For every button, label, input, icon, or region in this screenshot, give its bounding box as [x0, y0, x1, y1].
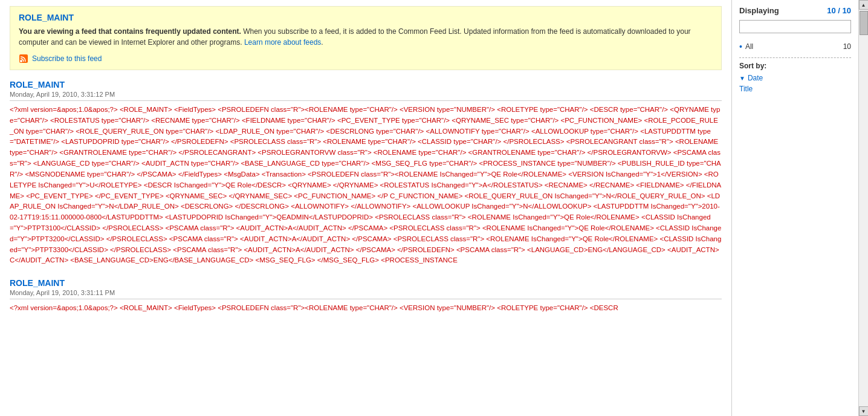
- sidebar-sort-date-label: Date: [748, 74, 763, 82]
- subscribe-link[interactable]: Subscribe to this feed: [32, 54, 102, 63]
- sidebar-divider: [739, 57, 851, 58]
- feed-entry-title[interactable]: ROLE_MAINT: [10, 80, 722, 89]
- bullet-icon: •: [739, 42, 742, 51]
- sidebar-filter-all-row: • All 10: [739, 39, 851, 54]
- feed-info-description: You are viewing a feed that contains fre…: [19, 26, 713, 48]
- sidebar-displaying-count: 10 / 10: [827, 6, 851, 15]
- feed-entry-content: <?xml version=&apos;1.0&apos;?> <ROLE_MA…: [10, 303, 722, 314]
- sidebar: Displaying 10 / 10 • All 10 Sort by: ▼ D…: [731, 0, 858, 416]
- feed-entry: ROLE_MAINT Monday, April 19, 2010, 3:31:…: [10, 80, 722, 266]
- sidebar-sort-title-label: Title: [739, 85, 753, 93]
- feed-info-box: ROLE_MAINT You are viewing a feed that c…: [10, 6, 722, 70]
- scrollbar-down-button[interactable]: ▼: [859, 406, 869, 416]
- sidebar-filter-label[interactable]: • All: [739, 42, 753, 51]
- subscribe-icon: [19, 54, 28, 63]
- scrollbar-thumb[interactable]: [860, 11, 868, 35]
- svg-point-1: [20, 60, 22, 62]
- feed-entry-date: Monday, April 19, 2010, 3:31:12 PM: [10, 91, 722, 101]
- feed-entries-list: ROLE_MAINT Monday, April 19, 2010, 3:31:…: [10, 80, 722, 314]
- sort-arrow-icon: ▼: [739, 75, 745, 82]
- main-content: ROLE_MAINT You are viewing a feed that c…: [0, 0, 731, 416]
- feed-entry-title[interactable]: ROLE_MAINT: [10, 278, 722, 288]
- scrollbar-up-button[interactable]: ▲: [859, 0, 869, 10]
- right-scrollbar: ▲ ▼: [858, 0, 868, 416]
- subscribe-row: Subscribe to this feed: [19, 54, 713, 63]
- sidebar-filter-all-label: All: [745, 42, 753, 51]
- sidebar-sort-title[interactable]: Title: [739, 83, 851, 94]
- sidebar-search-input[interactable]: [739, 20, 851, 33]
- sidebar-sortby-label: Sort by:: [739, 62, 851, 70]
- feed-info-bold: You are viewing a feed that contains fre…: [19, 27, 241, 36]
- learn-more-link[interactable]: Learn more about feeds: [244, 38, 321, 47]
- feed-entry-date: Monday, April 19, 2010, 3:31:11 PM: [10, 289, 722, 299]
- sidebar-filter-all-count: 10: [843, 42, 851, 51]
- sidebar-displaying-row: Displaying 10 / 10: [739, 6, 851, 15]
- feed-info-title: ROLE_MAINT: [19, 13, 713, 22]
- feed-entry: ROLE_MAINT Monday, April 19, 2010, 3:31:…: [10, 278, 722, 314]
- sidebar-displaying-label: Displaying: [739, 6, 779, 15]
- feed-entry-content: <?xml version=&apos;1.0&apos;?> <ROLE_MA…: [10, 105, 722, 266]
- scrollbar-track: [859, 10, 869, 406]
- sidebar-sort-date[interactable]: ▼ Date: [739, 73, 851, 83]
